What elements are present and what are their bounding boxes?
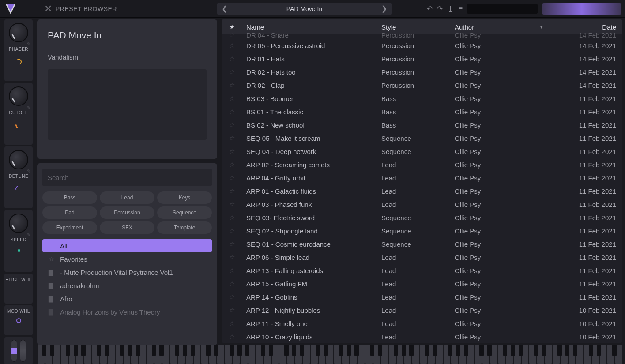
header-date[interactable]: Date	[553, 23, 622, 31]
table-row[interactable]: ☆ARP 04 - Gritty orbitLeadOllie Psy11 Fe…	[222, 171, 622, 184]
white-key[interactable]	[334, 345, 341, 364]
black-key[interactable]	[573, 345, 577, 356]
black-key[interactable]	[237, 345, 241, 356]
category-keys[interactable]: Keys	[157, 191, 212, 204]
black-key[interactable]	[519, 345, 523, 356]
table-row[interactable]: ☆ARP 02 - Screaming cometsLeadOllie Psy1…	[222, 158, 622, 171]
search-input[interactable]: Search	[42, 169, 212, 186]
folder-all[interactable]: All	[42, 239, 212, 252]
favorite-star-icon[interactable]: ☆	[222, 253, 242, 261]
pencil-icon[interactable]: ✎	[27, 169, 31, 174]
black-key[interactable]	[42, 345, 46, 356]
favorite-star-icon[interactable]: ☆	[222, 31, 242, 39]
black-key[interactable]	[511, 345, 515, 356]
white-key[interactable]	[38, 345, 45, 364]
black-key[interactable]	[589, 345, 593, 356]
black-key[interactable]	[230, 345, 233, 356]
black-key[interactable]	[402, 345, 406, 356]
black-key[interactable]	[245, 345, 249, 356]
black-key[interactable]	[316, 345, 320, 356]
black-key[interactable]	[487, 345, 491, 356]
white-key[interactable]	[319, 345, 326, 364]
phaser-knob[interactable]	[9, 23, 28, 42]
black-key[interactable]	[128, 345, 132, 356]
black-key[interactable]	[612, 345, 616, 356]
black-key[interactable]	[534, 345, 538, 356]
white-key[interactable]	[147, 345, 154, 364]
black-key[interactable]	[105, 345, 109, 356]
white-key[interactable]	[61, 345, 68, 364]
white-key[interactable]	[365, 345, 373, 364]
black-key[interactable]	[347, 345, 351, 356]
table-row[interactable]: ☆ARP 03 - Phased funkLeadOllie Psy11 Feb…	[222, 198, 622, 211]
table-row[interactable]: ☆ARP 13 - Falling asteroidsLeadOllie Psy…	[222, 264, 622, 277]
table-row[interactable]: ☆ARP 06 - Simple leadLeadOllie Psy11 Feb…	[222, 251, 622, 264]
black-key[interactable]	[597, 345, 601, 356]
table-row[interactable]: ☆ARP 15 - Gatling FMLeadOllie Psy11 Feb …	[222, 277, 622, 290]
category-bass[interactable]: Bass	[42, 191, 97, 204]
white-key[interactable]	[444, 345, 451, 364]
table-row[interactable]: ☆SEQ 02 - Shpongle landSequenceOllie Psy…	[222, 224, 622, 237]
mod-wheel[interactable]	[20, 340, 26, 362]
black-key[interactable]	[394, 345, 398, 356]
black-key[interactable]	[300, 345, 304, 356]
table-row[interactable]: ☆DR 01 - HatsPercussionOllie Psy14 Feb 2…	[222, 52, 622, 65]
macro-mod-indicator[interactable]	[14, 184, 23, 193]
category-lead[interactable]: Lead	[100, 191, 154, 204]
table-row[interactable]: ☆DR 05 - Percussive astroidPercussionOll…	[222, 39, 622, 52]
folder-item[interactable]: ▇ adrenakrohm	[42, 279, 212, 292]
favorite-star-icon[interactable]: ☆	[222, 161, 242, 169]
favorite-star-icon[interactable]: ☆	[222, 333, 242, 341]
table-row[interactable]: ☆DR 02 - ClapPercussionOllie Psy14 Feb 2…	[222, 79, 622, 92]
white-key[interactable]	[498, 345, 505, 364]
table-row[interactable]: ☆BS 03 - BoomerBassOllie Psy11 Feb 2021	[222, 92, 622, 105]
favorite-star-icon[interactable]: ☆	[222, 174, 242, 182]
white-key[interactable]	[420, 345, 427, 364]
white-key[interactable]	[201, 345, 208, 364]
black-key[interactable]	[136, 345, 140, 356]
table-row[interactable]: ☆SEQ 01 - Cosmic eurodanceSequenceOllie …	[222, 237, 622, 251]
current-preset-name[interactable]: PAD Move In	[286, 5, 322, 12]
favorite-star-icon[interactable]: ☆	[222, 200, 242, 208]
table-row[interactable]: ☆SEQ 04 - Deep networkSequenceOllie Psy1…	[222, 145, 622, 158]
white-key[interactable]	[553, 345, 560, 364]
pencil-icon[interactable]: ✎	[27, 41, 31, 47]
favorite-star-icon[interactable]: ☆	[222, 187, 242, 195]
favorite-star-icon[interactable]: ☆	[222, 214, 242, 221]
white-key[interactable]	[295, 345, 302, 364]
black-key[interactable]	[479, 345, 483, 356]
white-key[interactable]	[279, 345, 286, 364]
black-key[interactable]	[456, 345, 460, 356]
white-key[interactable]	[569, 345, 576, 364]
detune-knob[interactable]	[9, 150, 28, 169]
white-key[interactable]	[170, 345, 177, 364]
black-key[interactable]	[409, 345, 413, 356]
black-key[interactable]	[159, 345, 163, 356]
category-template[interactable]: Template	[157, 221, 212, 234]
sort-indicator-icon[interactable]: ▾	[540, 24, 553, 30]
table-row[interactable]: ☆DR 02 - Hats tooPercussionOllie Psy14 F…	[222, 65, 622, 79]
favorite-star-icon[interactable]: ☆	[222, 240, 242, 248]
pitch-wheel[interactable]	[11, 340, 17, 362]
pencil-icon[interactable]: ✎	[27, 232, 31, 238]
table-row[interactable]: ☆ARP 01 - Galactic fluidsLeadOllie Psy11…	[222, 184, 622, 198]
macro-mod-indicator[interactable]	[18, 249, 20, 252]
favorite-star-icon[interactable]: ☆	[222, 306, 242, 314]
favorite-star-icon[interactable]: ☆	[222, 280, 242, 288]
header-style[interactable]: Style	[377, 23, 450, 31]
category-pad[interactable]: Pad	[42, 206, 97, 219]
white-key[interactable]	[116, 345, 123, 364]
black-key[interactable]	[50, 345, 54, 356]
black-key[interactable]	[120, 345, 124, 356]
black-key[interactable]	[261, 345, 265, 356]
menu-icon[interactable]: ≡	[459, 5, 463, 13]
table-row[interactable]: ☆ARP 11 - Smelly oneLeadOllie Psy10 Feb …	[222, 317, 622, 330]
favorite-star-icon[interactable]: ☆	[222, 41, 242, 49]
black-key[interactable]	[464, 345, 468, 356]
close-icon[interactable]: ✕	[44, 3, 52, 15]
black-key[interactable]	[214, 345, 218, 356]
black-key[interactable]	[152, 345, 156, 356]
favorite-star-icon[interactable]: ☆	[222, 121, 242, 129]
favorite-star-icon[interactable]: ☆	[222, 108, 242, 116]
folder-item[interactable]: ▇ - Mute Production Vital Psytrance Vol1	[42, 266, 212, 279]
